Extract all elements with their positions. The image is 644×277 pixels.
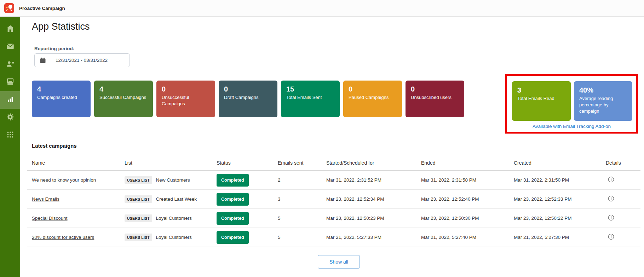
info-icon[interactable] <box>608 195 614 202</box>
stat-value: 0 <box>224 85 272 93</box>
stat-label: Campaigns created <box>37 94 85 101</box>
bar-chart-icon <box>6 95 15 105</box>
info-icon[interactable] <box>608 214 614 221</box>
sidebar-item-campaigns[interactable] <box>0 38 20 56</box>
status-badge: Completed <box>217 212 249 225</box>
latest-campaigns-title: Latest campaigns <box>32 143 77 149</box>
topbar: Proactive Campaign <box>0 0 644 17</box>
column-header-status: Status <box>212 155 273 171</box>
stat-label: Total Emails Sent <box>286 94 334 101</box>
created-value: Mar 23, 2022, 12:52:33 PM <box>514 196 572 202</box>
stat-value: 0 <box>162 85 210 93</box>
stat-card-unsuccessful-campaigns: 0 Unsuccessful Campaigns <box>156 81 215 117</box>
column-header-name: Name <box>27 155 120 171</box>
emails-sent-value: 5 <box>278 235 281 240</box>
sidebar-item-lists[interactable] <box>0 73 20 91</box>
emails-sent-value: 3 <box>278 196 281 202</box>
stat-label: Paused Campaigns <box>349 94 397 101</box>
app-logo-icon <box>4 3 14 13</box>
column-header-emails-sent: Emails sent <box>273 155 321 171</box>
stat-value: 0 <box>349 85 397 93</box>
users-list-badge: USERS LIST <box>125 234 152 241</box>
status-badge: Completed <box>217 231 249 244</box>
gear-icon <box>6 112 15 123</box>
created-value: Mar 21, 2022, 5:27:30 PM <box>514 235 569 240</box>
stat-label: Unsubscribed users <box>411 94 459 101</box>
column-header-started: Started/Scheduled for <box>321 155 416 171</box>
reporting-period-label: Reporting period: <box>34 46 74 51</box>
stat-label: Total Emails Read <box>517 95 565 102</box>
emails-sent-value: 2 <box>278 177 281 183</box>
stat-label: Successful Campaigns <box>99 94 148 101</box>
email-tracking-addon-link[interactable]: Available with Email Tracking Add-on <box>507 124 636 129</box>
table-row: We need to know your opinion USERS LIST … <box>27 171 640 190</box>
started-value: Mar 23, 2022, 12:50:23 PM <box>326 216 384 221</box>
status-badge: Completed <box>217 174 249 187</box>
stat-label: Average reading percentage by campaign <box>579 95 627 115</box>
ended-value: Mar 23, 2022, 12:50:30 PM <box>421 216 479 221</box>
list-name: Created Last Week <box>156 196 197 202</box>
column-header-list: List <box>120 155 212 171</box>
table-row: 20% discount for active users USERS LIST… <box>27 228 640 247</box>
stat-label: Unsuccessful Campaigns <box>162 94 210 107</box>
status-badge: Completed <box>217 193 249 206</box>
ended-value: Mar 31, 2022, 2:31:58 PM <box>421 177 476 183</box>
table-header-row: Name List Status Emails sent Started/Sch… <box>27 155 640 171</box>
users-list-badge: USERS LIST <box>125 214 152 222</box>
stat-value: 4 <box>37 85 85 93</box>
stat-value: 0 <box>411 85 459 93</box>
list-name: Loyal Customers <box>156 235 192 240</box>
reporting-period-value: 12/31/2021 - 03/31/2022 <box>56 58 108 63</box>
emails-sent-value: 5 <box>278 216 281 221</box>
home-icon <box>6 24 15 35</box>
campaign-name-link[interactable]: Special Discount <box>32 216 68 221</box>
campaign-name-link[interactable]: 20% discount for active users <box>32 235 94 240</box>
column-header-ended: Ended <box>416 155 509 171</box>
sidebar <box>0 17 20 277</box>
show-all-button[interactable]: Show all <box>318 255 360 269</box>
ended-value: Mar 21, 2022, 5:27:40 PM <box>421 235 476 240</box>
sidebar-item-home[interactable] <box>0 20 20 38</box>
stat-card-paused-campaigns: 0 Paused Campaigns <box>343 81 402 117</box>
list-name: Loyal Customers <box>156 216 192 221</box>
info-icon[interactable] <box>608 176 614 183</box>
stat-card-campaigns-created: 4 Campaigns created <box>32 81 91 117</box>
sidebar-item-settings[interactable] <box>0 109 20 126</box>
section-divider <box>32 73 640 73</box>
stat-card-unsubscribed-users: 0 Unsubscribed users <box>406 81 464 117</box>
stat-value: 40% <box>579 86 627 94</box>
stat-card-average-reading-percentage: 40% Average reading percentage by campai… <box>574 81 632 121</box>
calendar-icon <box>39 57 46 64</box>
list-name: New Customers <box>156 177 190 183</box>
stat-value: 3 <box>517 86 565 94</box>
stat-cards-row: 4 Campaigns created 4 Successful Campaig… <box>32 81 464 117</box>
created-value: Mar 23, 2022, 12:50:22 PM <box>514 216 572 221</box>
started-value: Mar 23, 2022, 12:52:34 PM <box>326 196 384 202</box>
campaign-name-link[interactable]: We need to know your opinion <box>32 177 96 183</box>
reporting-period-input[interactable]: 12/31/2021 - 03/31/2022 <box>34 53 130 67</box>
started-value: Mar 21, 2022, 5:27:33 PM <box>326 235 381 240</box>
table-row: Special Discount USERS LIST Loyal Custom… <box>27 209 640 228</box>
campaign-name-link[interactable]: News Emails <box>32 196 59 202</box>
apps-grid-icon <box>6 130 15 141</box>
contacts-icon <box>6 59 15 70</box>
stat-card-successful-campaigns: 4 Successful Campaigns <box>94 81 153 117</box>
lists-icon <box>6 77 15 88</box>
info-icon[interactable] <box>608 234 614 240</box>
ended-value: Mar 23, 2022, 12:52:40 PM <box>421 196 479 202</box>
sidebar-item-apps[interactable] <box>0 126 20 144</box>
page-title: App Statistics <box>32 21 90 32</box>
mail-icon <box>6 42 15 52</box>
sidebar-item-contacts[interactable] <box>0 56 20 73</box>
users-list-badge: USERS LIST <box>125 195 152 203</box>
column-header-details: Details <box>601 155 640 171</box>
app-title: Proactive Campaign <box>19 6 65 11</box>
stat-card-total-emails-sent: 15 Total Emails Sent <box>281 81 340 117</box>
column-header-created: Created <box>509 155 601 171</box>
stat-label: Draft Campaigns <box>224 94 272 101</box>
sidebar-item-statistics[interactable] <box>0 91 20 109</box>
stat-card-total-emails-read: 3 Total Emails Read <box>512 81 571 121</box>
stat-value: 4 <box>99 85 148 93</box>
table-row: News Emails USERS LIST Created Last Week… <box>27 190 640 209</box>
campaigns-table: Name List Status Emails sent Started/Sch… <box>27 155 640 247</box>
